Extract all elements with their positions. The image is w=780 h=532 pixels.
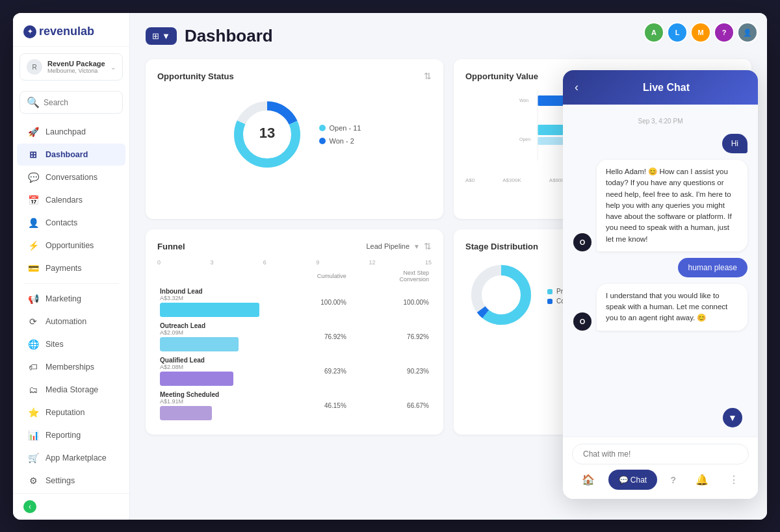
sidebar-item-settings[interactable]: ⚙ Settings	[17, 470, 125, 492]
sidebar-item-label: Dashboard	[46, 150, 88, 159]
search-icon: 🔍	[27, 96, 40, 108]
sidebar-item-sites[interactable]: 🌐 Sites	[17, 333, 125, 355]
sidebar-item-contacts[interactable]: 👤 Contacts	[17, 212, 125, 234]
legend-label-won: Won - 2	[330, 137, 354, 145]
avatar-2[interactable]: L	[667, 22, 688, 43]
dashboard-icon: ⊞	[27, 149, 39, 160]
account-avatar: R	[27, 59, 42, 75]
cumulative-val: 76.92%	[267, 320, 349, 354]
table-row: Meeting Scheduled A$1.91M 46.15% 66.67%	[157, 388, 432, 423]
lead-pipeline-header: Lead Pipeline ▼ ⇅	[366, 241, 432, 251]
reporting-icon: 📊	[27, 430, 39, 440]
livechat-toolbar: 🏠 💬 Chat ? 🔔 ⋮	[572, 464, 749, 492]
col-stage	[157, 268, 267, 285]
lead-pipeline-chevron-icon: ▼	[413, 243, 420, 250]
next-step-val: 76.92%	[349, 320, 432, 354]
account-selector[interactable]: R RevenU Package Melbourne, Victoria ⌄	[20, 53, 123, 81]
sidebar-item-automation[interactable]: ⟳ Automation	[17, 310, 125, 333]
avatar-4[interactable]: ?	[714, 22, 734, 43]
user-bubble: Hi	[722, 134, 748, 153]
livechat-home-btn[interactable]: 🏠	[575, 470, 601, 490]
donut-legend: Open - 11 Won - 2	[319, 124, 361, 145]
sidebar-item-dashboard[interactable]: ⊞ Dashboard	[17, 144, 125, 166]
sidebar-item-memberships[interactable]: 🏷 Memberships	[17, 356, 125, 378]
filter-icon[interactable]: ⇅	[424, 241, 432, 251]
livechat-back-btn[interactable]: ‹	[575, 81, 578, 94]
sidebar-item-conversations[interactable]: 💬 Conversations	[17, 166, 125, 188]
livechat-help-btn[interactable]: ?	[664, 470, 683, 490]
payments-icon: 💳	[27, 263, 39, 273]
sidebar-search[interactable]: 🔍 ⌘K +	[20, 91, 123, 114]
opportunities-icon: ⚡	[27, 240, 39, 251]
table-row: Outreach Lead A$2.09M 76.92% 76.92%	[157, 320, 432, 354]
legend-won: Won - 2	[319, 137, 361, 145]
avatar-1[interactable]: A	[644, 22, 664, 43]
livechat-notify-btn[interactable]: 🔔	[689, 470, 715, 490]
sidebar-footer: ‹	[13, 493, 129, 520]
sidebar-item-marketing[interactable]: 📢 Marketing	[17, 288, 125, 310]
sidebar-item-calendars[interactable]: 📅 Calendars	[17, 189, 125, 211]
dashboard-view-btn[interactable]: ⊞ ▼	[146, 27, 177, 45]
memberships-icon: 🏷	[27, 362, 39, 372]
account-name: RevenU Package	[47, 60, 105, 68]
widget-header: Funnel Lead Pipeline ▼ ⇅	[157, 241, 432, 251]
automation-icon: ⟳	[27, 316, 39, 327]
col-next-step: Next StepConversion	[349, 268, 432, 285]
axis-label: A$300K	[502, 177, 521, 183]
legend-label-open: Open - 11	[330, 124, 361, 132]
livechat-scroll-down-btn[interactable]: ▼	[723, 408, 742, 427]
sidebar-item-app-marketplace[interactable]: 🛒 App Marketplace	[17, 447, 125, 469]
collapse-sidebar-btn[interactable]: ‹	[23, 500, 36, 513]
sidebar-item-payments[interactable]: 💳 Payments	[17, 257, 125, 279]
livechat-more-btn[interactable]: ⋮	[722, 470, 746, 490]
avatar-3[interactable]: M	[690, 22, 711, 43]
livechat-input[interactable]	[572, 444, 749, 464]
sidebar-item-reporting[interactable]: 📊 Reporting	[17, 424, 125, 446]
axis-0: 0	[157, 259, 161, 266]
sidebar-item-media-storage[interactable]: 🗂 Media Storage	[17, 379, 125, 401]
sidebar-item-opportunities[interactable]: ⚡ Opportunities	[17, 234, 125, 257]
user-message-hi: Hi	[573, 134, 748, 153]
table-row: Qualified Lead A$2.08M 69.23% 90.23%	[157, 354, 432, 388]
logo: ✦ revenulab	[23, 25, 119, 38]
row-label: Inbound Lead A$3.32M	[157, 285, 267, 320]
sidebar-item-reputation[interactable]: ⭐ Reputation	[17, 401, 125, 424]
account-location: Melbourne, Victoria	[47, 68, 105, 74]
widget-title: Opportunity Status	[157, 71, 234, 81]
table-row: Inbound Lead A$3.32M 100.00% 100.00%	[157, 285, 432, 320]
row-label: Meeting Scheduled A$1.91M	[157, 388, 267, 423]
lead-pipeline-label: Lead Pipeline	[366, 242, 410, 250]
bot-avatar: O	[573, 233, 592, 251]
sidebar-item-label: Reporting	[46, 431, 81, 440]
sidebar-item-label: Marketing	[46, 294, 81, 303]
livechat-chat-btn[interactable]: 💬 Chat	[608, 470, 658, 490]
livechat-input-area: 🏠 💬 Chat ? 🔔 ⋮	[563, 437, 758, 499]
sidebar-item-label: Automation	[46, 317, 86, 326]
launchpad-icon: 🚀	[27, 127, 39, 137]
funnel-title: Funnel	[157, 242, 185, 251]
filter-icon[interactable]: ⇅	[424, 71, 432, 81]
livechat-messages: Sep 3, 4:20 PM Hi O Hello Adam! 😊 How ca…	[563, 105, 758, 437]
legend-dot-won	[319, 138, 326, 144]
svg-text:Won: Won	[519, 98, 528, 103]
human-please-btn[interactable]: human please	[678, 258, 748, 277]
next-step-val: 100.00%	[349, 285, 432, 320]
calendars-icon: 📅	[27, 195, 39, 205]
search-input[interactable]	[44, 98, 141, 107]
bot-bubble: Hello Adam! 😊 How can I assist you today…	[597, 160, 748, 251]
avatar-5[interactable]: 👤	[737, 22, 758, 43]
bot-avatar-2: O	[573, 312, 592, 331]
conversations-icon: 💬	[27, 172, 39, 183]
sidebar-nav: 🚀 Launchpad ⊞ Dashboard 💬 Conversations …	[13, 118, 129, 493]
funnel-widget: Funnel Lead Pipeline ▼ ⇅ 0 3 6 9 12 15	[146, 229, 443, 435]
sidebar-item-label: Contacts	[46, 218, 77, 227]
widget-header: Opportunity Status ⇅	[157, 71, 432, 81]
nav-divider-1	[23, 283, 119, 284]
reputation-icon: ⭐	[27, 407, 39, 418]
next-step-val: 66.67%	[349, 388, 432, 423]
bot-message-2: O I understand that you would like to sp…	[573, 284, 748, 331]
col-cumulative: Cumulative	[267, 268, 349, 285]
sidebar-item-launchpad[interactable]: 🚀 Launchpad	[17, 121, 125, 143]
donut-total: 13	[259, 125, 274, 141]
sidebar-item-label: Memberships	[46, 362, 94, 372]
